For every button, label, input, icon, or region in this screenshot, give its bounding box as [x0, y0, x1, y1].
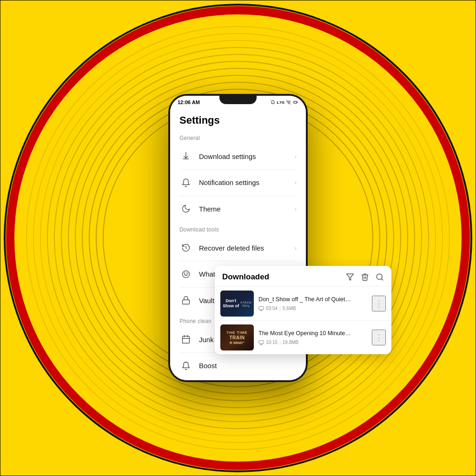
moon-icon	[179, 202, 192, 215]
notification-settings-label: Notification settings	[199, 178, 295, 186]
svg-rect-22	[183, 300, 190, 304]
filter-button[interactable]	[346, 273, 354, 281]
page-title: Settings	[170, 107, 306, 130]
video-more-1[interactable]: ⋮	[372, 296, 386, 311]
delete-button[interactable]	[361, 273, 369, 281]
junk-icon	[179, 333, 192, 346]
theme-label: Theme	[199, 205, 295, 213]
card-header: Downloaded	[215, 266, 391, 286]
phone-frame: 12:06 AM 1.7G	[168, 94, 308, 382]
boost-icon	[179, 359, 192, 372]
video-size-1: 5.6MB	[283, 306, 296, 311]
notification-settings-item[interactable]: Notification settings ›	[170, 170, 306, 196]
video-item-2[interactable]: THE TIME TRAIN R MIND" The Most Eye Open…	[215, 320, 391, 354]
video-size-2: 19.8MB	[283, 340, 298, 345]
recover-chevron: ›	[295, 245, 297, 251]
video-info-1: Don_t Show off _ The Art of Quiet Succes…	[258, 296, 372, 311]
svg-rect-23	[183, 336, 190, 343]
video-duration-1: 03:54	[266, 306, 278, 311]
bell-icon	[179, 176, 192, 189]
recover-deleted-label: Recover deleted files	[199, 244, 295, 252]
boost-item[interactable]: Boost	[170, 353, 306, 379]
svg-rect-35	[259, 306, 264, 310]
svg-marker-32	[347, 274, 354, 280]
battery-saver-item[interactable]: Battery saver ›	[170, 379, 306, 380]
whatsapp-icon	[179, 268, 192, 281]
video-info-2: The Most Eye Opening 10 Minutes Of Your …	[258, 330, 372, 345]
video-meta-1: 03:54 | 5.6MB	[258, 306, 372, 311]
search-button[interactable]	[376, 273, 384, 281]
svg-rect-18	[294, 101, 297, 103]
theme-chevron: ›	[295, 205, 297, 212]
card-title: Downloaded	[222, 272, 269, 282]
lock-icon	[179, 294, 192, 307]
video-title-1: Don_t Show off _ The Art of Quiet Succes…	[258, 296, 351, 304]
svg-point-19	[183, 271, 190, 278]
video-title-2: The Most Eye Opening 10 Minutes Of Your …	[258, 330, 351, 338]
recover-deleted-item[interactable]: Recover deleted files ›	[170, 235, 306, 261]
section-download-tools-label: Download tools	[170, 222, 306, 235]
video-duration-2: 10:15	[266, 340, 278, 345]
download-icon	[179, 150, 192, 163]
download-settings-label: Download settings	[199, 152, 295, 160]
status-icons: 1.7G	[271, 99, 298, 105]
video-item-1[interactable]: Don't Show of A Moral Story Don_t Show o…	[215, 286, 391, 320]
card-actions	[346, 273, 384, 281]
section-general-label: General	[170, 130, 306, 143]
download-settings-item[interactable]: Download settings ›	[170, 143, 306, 169]
video-thumb-2: THE TIME TRAIN R MIND"	[220, 324, 254, 350]
notification-settings-chevron: ›	[295, 179, 297, 186]
svg-rect-36	[259, 340, 264, 344]
theme-item[interactable]: Theme ›	[170, 196, 306, 222]
svg-line-34	[381, 278, 383, 280]
video-thumb-1: Don't Show of A Moral Story	[220, 291, 254, 317]
video-meta-2: 10:15 | 19.8MB	[258, 340, 372, 345]
status-time: 12:06 AM	[178, 99, 200, 105]
download-settings-chevron: ›	[295, 153, 297, 160]
recover-icon	[179, 241, 192, 254]
boost-label: Boost	[199, 362, 297, 370]
video-more-2[interactable]: ⋮	[372, 330, 386, 345]
downloaded-card: Downloaded	[215, 266, 391, 354]
phone-notch	[219, 94, 257, 104]
